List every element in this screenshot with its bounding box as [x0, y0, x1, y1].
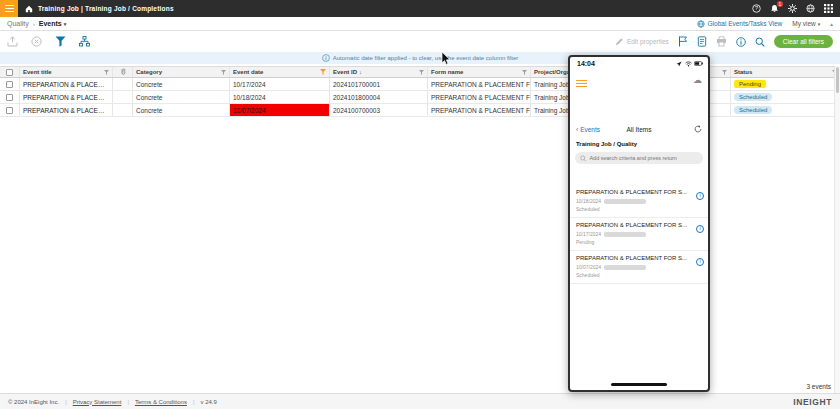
row-checkbox[interactable]: [0, 78, 20, 90]
header-event-id[interactable]: Event ID ↓: [330, 67, 428, 77]
event-title-link[interactable]: PREPARATION & PLACEMENT FOR S...: [23, 81, 109, 88]
breadcrumb-current-dropdown[interactable]: Events ▾: [39, 20, 66, 27]
filter-funnel-icon[interactable]: [221, 70, 226, 75]
phone-search-input[interactable]: [589, 155, 698, 161]
status-badge: Scheduled: [734, 93, 772, 101]
clear-all-filters-button[interactable]: Clear all filters: [774, 35, 833, 48]
separator: |: [193, 399, 195, 405]
header-event-date[interactable]: Event date: [230, 67, 330, 77]
breadcrumb-section[interactable]: Quality: [7, 20, 29, 27]
mobile-preview: 14:04 ☁ ‹ Events All Items Training Job …: [568, 55, 710, 392]
event-title-link[interactable]: PREPARATION & PLACEMENT FOR S...: [23, 107, 109, 114]
form-name-cell: PREPARATION & PLACEMENT FOR S...: [428, 104, 531, 116]
row-checkbox[interactable]: [0, 104, 20, 116]
window-title: Training Job | Training Job / Completion…: [38, 5, 174, 12]
apps-grid-icon[interactable]: [824, 4, 833, 13]
filter-funnel-icon[interactable]: [419, 70, 424, 75]
edit-properties-button[interactable]: Edit properties: [615, 37, 669, 46]
info-icon[interactable]: i: [696, 258, 704, 266]
notifications-bell-icon[interactable]: 1: [770, 4, 779, 13]
hierarchy-icon[interactable]: [79, 36, 90, 47]
phone-back-button[interactable]: ‹ Events: [576, 126, 618, 133]
home-icon[interactable]: [25, 5, 33, 13]
phone-item-list: PREPARATION & PLACEMENT FOR S... 10/18/2…: [570, 185, 708, 284]
header-form-name[interactable]: Form name: [428, 67, 531, 77]
terms-link[interactable]: Terms & Conditions: [135, 399, 187, 405]
filter-icon[interactable]: [55, 36, 66, 47]
main-menu-button[interactable]: [0, 0, 18, 17]
list-item[interactable]: PREPARATION & PLACEMENT FOR S... 10/07/2…: [570, 251, 708, 284]
phone-search-bar[interactable]: [575, 152, 703, 164]
active-filter-funnel-icon[interactable]: [320, 69, 326, 75]
attachments-cell: [113, 104, 133, 116]
banner-message: Automatic date filter applied - to clear…: [333, 55, 518, 61]
form-document-icon[interactable]: [697, 36, 707, 47]
scrollbar-thumb[interactable]: [836, 67, 839, 93]
form-name-cell: PREPARATION & PLACEMENT FOR S...: [428, 78, 531, 90]
info-icon[interactable]: [736, 37, 746, 47]
globe-icon: [697, 20, 705, 28]
my-view-dropdown[interactable]: My view ▾: [792, 20, 820, 27]
ineight-logo: INEIGHT: [793, 397, 832, 407]
event-date-alert-cell: 10/07/2024: [230, 104, 330, 116]
toolbar-right-icons: Edit properties Clear all filters: [615, 35, 833, 48]
item-status: Scheduled: [576, 206, 692, 212]
export-icon[interactable]: [7, 36, 18, 47]
attachments-cell: [113, 91, 133, 103]
auto-filter-banner: Automatic date filter applied - to clear…: [0, 52, 840, 64]
item-date-line: 10/17/2024: [576, 231, 692, 237]
breadcrumb-bar: Quality › Events ▾ Global Events/Tasks V…: [0, 17, 840, 31]
category-cell: Concrete: [133, 78, 230, 90]
phone-menu-icon[interactable]: [576, 78, 587, 89]
info-icon[interactable]: i: [696, 192, 704, 200]
header-event-title[interactable]: Event title: [20, 67, 113, 77]
globe-icon[interactable]: [806, 4, 815, 13]
category-cell: Concrete: [133, 91, 230, 103]
view-controls: Global Events/Tasks View My view ▾ ▴: [697, 20, 833, 28]
filter-funnel-icon[interactable]: [522, 70, 527, 75]
battery-icon: [694, 61, 703, 66]
filter-funnel-icon[interactable]: [104, 70, 109, 75]
header-attachments[interactable]: [113, 67, 133, 77]
select-all-checkbox[interactable]: [0, 67, 20, 77]
filter-funnel-icon[interactable]: [722, 70, 727, 75]
attachments-cell: [113, 78, 133, 90]
help-icon[interactable]: ?: [752, 4, 761, 13]
list-item[interactable]: PREPARATION & PLACEMENT FOR S... 10/17/2…: [570, 218, 708, 251]
phone-clock: 14:04: [577, 60, 595, 67]
cancel-circle-icon[interactable]: [31, 36, 42, 47]
list-item[interactable]: PREPARATION & PLACEMENT FOR S... 10/18/2…: [570, 185, 708, 218]
event-date-cell: 10/17/2024: [230, 78, 330, 90]
table-row: PREPARATION & PLACEMENT FOR S... Concret…: [0, 78, 840, 91]
chevron-down-icon: ▾: [64, 21, 67, 27]
row-checkbox[interactable]: [0, 91, 20, 103]
refresh-icon[interactable]: [660, 125, 702, 133]
event-id-cell: 2024100700003: [330, 104, 428, 116]
phone-nav-bar: ‹ Events All Items: [576, 125, 702, 133]
footer: © 2024 InEight Inc. | Privacy Statement …: [0, 393, 840, 409]
flag-icon[interactable]: [678, 36, 688, 47]
events-grid: Event title Category Event date Event ID…: [0, 66, 840, 117]
sort-icon: ↓: [359, 69, 362, 75]
event-title-link[interactable]: PREPARATION & PLACEMENT FOR S...: [23, 94, 109, 101]
cloud-sync-icon[interactable]: ☁: [693, 76, 702, 85]
settings-gear-icon[interactable]: [788, 4, 797, 13]
table-row: PREPARATION & PLACEMENT FOR S... Concret…: [0, 91, 840, 104]
vertical-scrollbar[interactable]: [834, 66, 840, 393]
search-icon[interactable]: [755, 37, 765, 47]
phone-context-title: Training Job / Quality: [576, 141, 637, 147]
redacted-text: [604, 232, 646, 237]
info-icon[interactable]: i: [696, 225, 704, 233]
header-status[interactable]: Status: [731, 67, 840, 77]
collapse-panel-icon[interactable]: ▴: [830, 21, 833, 27]
privacy-link[interactable]: Privacy Statement: [73, 399, 122, 405]
item-date-line: 10/18/2024: [576, 198, 692, 204]
print-icon[interactable]: [716, 36, 727, 47]
header-category[interactable]: Category: [133, 67, 230, 77]
global-events-view-link[interactable]: Global Events/Tasks View: [697, 20, 783, 28]
chevron-down-icon: ▾: [818, 21, 821, 27]
toolbar-left-icons: [7, 36, 90, 47]
home-indicator: [611, 383, 667, 386]
phone-status-bar: 14:04: [577, 60, 703, 67]
table-row: PREPARATION & PLACEMENT FOR S... Concret…: [0, 104, 840, 117]
